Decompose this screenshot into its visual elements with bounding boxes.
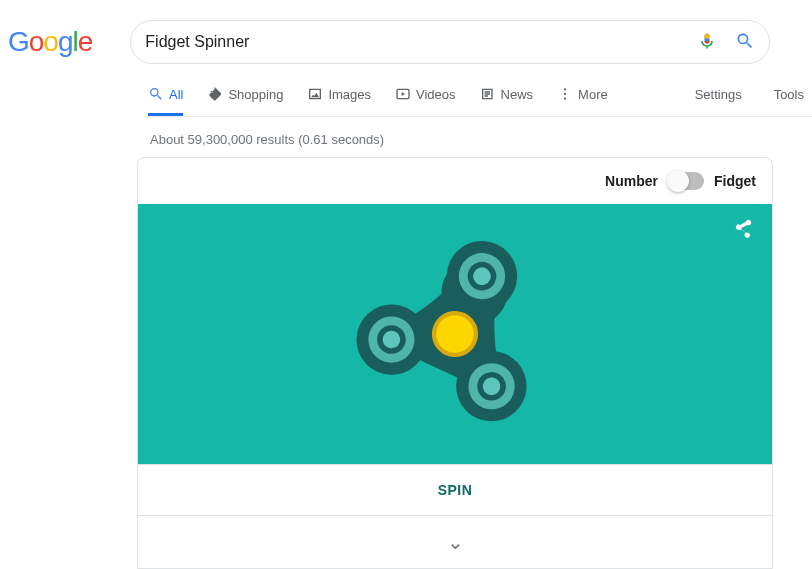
svg-point-2 <box>564 93 566 95</box>
tab-label: Tools <box>774 87 804 102</box>
tab-news[interactable]: News <box>480 86 534 116</box>
search-icon[interactable] <box>735 31 755 54</box>
fidget-spinner-graphic <box>345 224 565 444</box>
tab-label: More <box>578 87 608 102</box>
tab-all[interactable]: All <box>148 86 183 116</box>
tab-label: Shopping <box>228 87 283 102</box>
tab-shopping[interactable]: Shopping <box>207 86 283 116</box>
mode-toggle[interactable] <box>668 172 704 190</box>
voice-search-icon[interactable] <box>697 31 717 54</box>
tab-label: All <box>169 87 183 102</box>
tab-more[interactable]: More <box>557 86 608 116</box>
search-input[interactable] <box>145 33 697 51</box>
tab-label: Videos <box>416 87 456 102</box>
tab-label: News <box>501 87 534 102</box>
expand-button[interactable]: ⌄ <box>138 515 772 568</box>
fidget-spinner-card: Number Fidget <box>137 157 773 569</box>
google-logo[interactable]: Google <box>6 26 92 58</box>
toggle-knob <box>667 170 689 192</box>
chevron-down-icon: ⌄ <box>447 531 464 553</box>
tab-images[interactable]: Images <box>307 86 371 116</box>
search-bar[interactable] <box>130 20 770 64</box>
svg-point-1 <box>564 88 566 90</box>
svg-point-3 <box>564 98 566 100</box>
toggle-label-fidget: Fidget <box>714 173 756 189</box>
tab-videos[interactable]: Videos <box>395 86 456 116</box>
spinner-canvas[interactable] <box>138 204 772 464</box>
results-stats: About 59,300,000 results (0.61 seconds) <box>150 132 812 147</box>
tab-settings[interactable]: Settings <box>695 87 750 116</box>
tab-label: Settings <box>695 87 742 102</box>
toggle-label-number: Number <box>605 173 658 189</box>
share-icon[interactable] <box>732 218 754 243</box>
spin-label: SPIN <box>438 482 473 498</box>
tab-tools[interactable]: Tools <box>774 87 812 116</box>
search-tabs: All Shopping Images Videos News More Set… <box>148 86 812 117</box>
spin-button[interactable]: SPIN <box>138 464 772 515</box>
tab-label: Images <box>328 87 371 102</box>
